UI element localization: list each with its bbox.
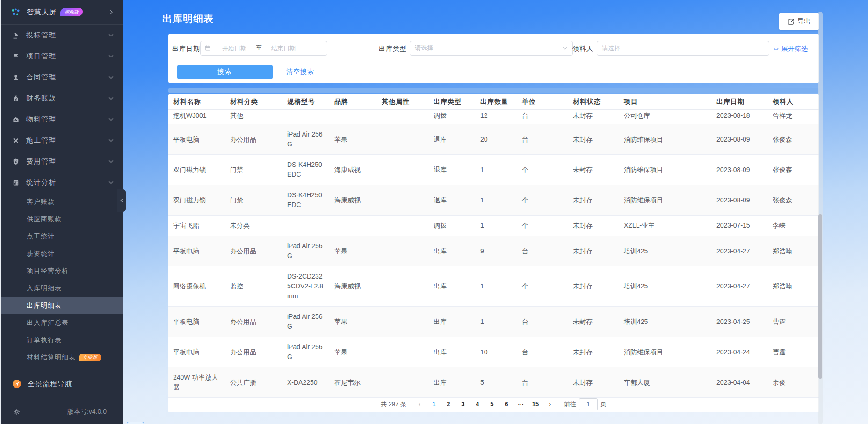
sidebar-item-shield[interactable]: 费用管理	[1, 151, 123, 172]
sidebar-item-tools[interactable]: 施工管理	[1, 130, 123, 151]
sidebar-item-money-bag[interactable]: 财务账款	[1, 88, 123, 109]
sidebar-subitem-label: 订单执行表	[27, 336, 62, 345]
page-number[interactable]: 15	[530, 401, 541, 408]
goto-page-input[interactable]	[579, 398, 598, 410]
sidebar: 智慧大屏 旗舰版 投标管理项目管理合同管理财务账款物料管理施工管理费用管理统计分…	[0, 0, 123, 424]
table-cell: 个	[517, 185, 568, 216]
sidebar-subitem[interactable]: 出入库汇总表	[1, 314, 123, 331]
sidebar-subitem-label: 项目经营分析	[27, 267, 69, 275]
chevron-down-icon	[108, 158, 114, 165]
page-number[interactable]: 5	[487, 401, 497, 408]
prev-page-arrow[interactable]: ‹	[414, 401, 425, 408]
table-cell: 消防维保项目	[619, 124, 712, 155]
page-number[interactable]: 4	[472, 401, 483, 408]
vertical-scrollbar[interactable]	[818, 12, 823, 424]
chevron-down-icon	[108, 116, 114, 122]
table-cell: 霍尼韦尔	[330, 367, 377, 398]
date-range-separator: 至	[256, 44, 262, 52]
table-cell: 苹果	[330, 307, 377, 337]
sidebar-item-label: 物料管理	[26, 115, 108, 124]
chevron-right-icon[interactable]	[108, 9, 114, 15]
table-cell: iPad Air 256 G	[282, 124, 330, 155]
table-cell: 李峡	[768, 216, 819, 236]
sidebar-subitem[interactable]: 订单执行表	[1, 331, 123, 349]
page-number[interactable]: 3	[458, 401, 468, 408]
sidebar-subitem-label: 点工统计	[27, 232, 55, 241]
table-cell: 出库	[429, 236, 476, 266]
table-row: 挖机WJ001其他调拨12台未封存公司仓库2023-08-18曾祥龙	[168, 110, 819, 124]
start-date-input[interactable]	[213, 45, 256, 52]
goto-page-group: 前往 页	[564, 398, 607, 410]
page-number[interactable]: 6	[501, 401, 512, 408]
sidebar-item-gavel[interactable]: 投标管理	[1, 25, 123, 46]
bottom-left-chip	[127, 422, 144, 424]
sidebar-subitem[interactable]: 入库明细表	[1, 280, 123, 297]
table-cell: 未封存	[568, 337, 619, 367]
sidebar-subitem[interactable]: 客户账款	[1, 193, 123, 210]
next-page-arrow[interactable]: ›	[545, 401, 555, 408]
sidebar-item-stamp[interactable]: 合同管理	[1, 67, 123, 88]
table-cell: 培训425	[619, 307, 712, 337]
clear-search-link[interactable]: 清空搜索	[286, 68, 314, 76]
sidebar-subitem[interactable]: 薪资统计	[1, 245, 123, 262]
expand-filters-link[interactable]: 展开筛选	[773, 45, 808, 53]
table-cell: 台	[517, 124, 568, 155]
table-cell: 平板电脑	[168, 236, 225, 266]
sidebar-item-warehouse[interactable]: 物料管理	[1, 109, 123, 130]
material-picker-field[interactable]	[597, 41, 769, 56]
table-cell: 平板电脑	[168, 124, 225, 155]
table-cell: 1	[476, 307, 517, 337]
page-number[interactable]: 1	[429, 401, 439, 408]
sidebar-collapse-handle[interactable]	[117, 189, 126, 212]
sidebar-subitem[interactable]: 材料结算明细表专业版	[1, 349, 123, 366]
export-button[interactable]: 导出	[779, 13, 819, 30]
page-number[interactable]: 2	[443, 401, 454, 408]
material-picker-input[interactable]	[602, 45, 764, 52]
outbound-type-select[interactable]: 请选择	[410, 41, 573, 56]
table-cell: 调拨	[429, 216, 476, 236]
table-cell: 2023-08-09	[712, 155, 768, 185]
table-row: 双门磁力锁门禁DS-K4H250 EDC海康威视退库1个未封存消防维保项目202…	[168, 185, 819, 216]
goto-prefix-label: 前往	[564, 400, 576, 409]
sidebar-item-label: 投标管理	[26, 31, 108, 40]
table-cell: 平板电脑	[168, 307, 225, 337]
sidebar-subitem[interactable]: 项目经营分析	[1, 262, 123, 280]
search-button[interactable]: 搜索	[177, 65, 273, 79]
pro-badge: 专业版	[79, 354, 101, 361]
sidebar-subitem-label: 薪资统计	[27, 250, 55, 258]
sidebar-item-stats[interactable]: 统计分析	[1, 172, 123, 193]
column-header: 项目	[619, 94, 712, 110]
table-cell: 2023-04-25	[712, 307, 768, 337]
table-cell: 挖机WJ001	[168, 110, 225, 124]
table-cell: 其他	[225, 110, 282, 124]
end-date-input[interactable]	[262, 45, 305, 52]
warehouse-icon	[12, 116, 20, 123]
app-logo-row[interactable]: 智慧大屏 旗舰版	[1, 0, 123, 24]
column-header: 出库数量	[476, 94, 517, 110]
table-cell: 未分类	[225, 216, 282, 236]
sidebar-subitem[interactable]: 出库明细表	[1, 297, 123, 314]
table-cell: 张俊森	[768, 155, 819, 185]
sidebar-item-label: 费用管理	[26, 157, 108, 166]
page-ellipsis[interactable]: ···	[516, 401, 526, 408]
chevron-down-icon	[108, 137, 114, 144]
sidebar-item-label: 财务账款	[26, 94, 108, 103]
sidebar-item-project-flag[interactable]: 项目管理	[1, 46, 123, 67]
goto-suffix-label: 页	[600, 400, 607, 409]
sidebar-item-panorama-nav[interactable]: 全景流程导航	[1, 373, 123, 395]
table-cell: 退库	[429, 124, 476, 155]
table-row: 网络摄像机监控DS-2CD232 5CDV2-I 2.8 mm海康威视出库1个未…	[168, 266, 819, 307]
table-cell: 未封存	[568, 266, 619, 307]
date-range-picker[interactable]: 至	[200, 41, 327, 56]
table-cell	[377, 266, 429, 307]
sidebar-subitem-label: 出入库汇总表	[27, 319, 69, 327]
sidebar-subitem[interactable]: 供应商账款	[1, 210, 123, 228]
sidebar-subitem[interactable]: 点工统计	[1, 228, 123, 245]
sidebar-item-label: 统计分析	[26, 178, 108, 187]
gear-icon[interactable]	[13, 408, 21, 416]
sidebar-subitem-label: 供应商账款	[27, 215, 62, 223]
scrollbar-thumb[interactable]	[818, 214, 822, 379]
table-cell: 未封存	[568, 124, 619, 155]
sidebar-subitem-label: 材料结算明细表	[27, 353, 76, 362]
outbound-table: 材料名称材料分类规格型号品牌其他属性出库类型出库数量单位材料状态项目出库日期领料…	[168, 94, 819, 398]
